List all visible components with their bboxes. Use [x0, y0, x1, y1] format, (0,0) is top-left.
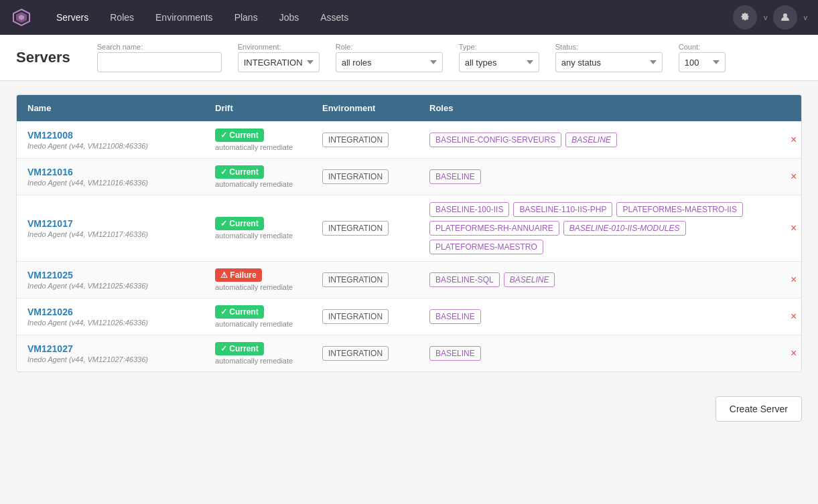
cell-name: VM121008Inedo Agent (v44, VM121008:46336… — [17, 123, 204, 157]
col-name: Name — [17, 95, 204, 121]
col-roles: Roles — [419, 95, 774, 121]
status-label: Status: — [555, 43, 663, 51]
user-v: v — [804, 13, 808, 21]
role-select[interactable]: all roles — [336, 52, 443, 72]
nav-roles[interactable]: Roles — [99, 0, 145, 35]
search-input[interactable] — [97, 52, 222, 72]
status-group: Status: any status — [555, 43, 663, 72]
role-badge: PLATEFORMES-MAESTRO-IIS — [616, 202, 742, 217]
table-row: VM121017Inedo Agent (v44, VM121017:46336… — [17, 195, 801, 261]
cell-delete: × — [774, 213, 801, 244]
nav-jobs[interactable]: Jobs — [269, 0, 310, 35]
cell-delete: × — [774, 301, 801, 332]
role-label: Role: — [336, 43, 443, 51]
server-sub: Inedo Agent (v44, VM121017:46336) — [27, 230, 148, 238]
cell-roles: BASELINE — [419, 163, 774, 191]
drift-sub: automatically remediate — [215, 143, 293, 151]
cell-name: VM121017Inedo Agent (v44, VM121017:46336… — [17, 212, 204, 245]
cell-drift: ⚠ Failureautomatically remediate — [204, 262, 312, 298]
col-drift: Drift — [204, 95, 312, 121]
cell-environment: INTEGRATION — [312, 339, 419, 367]
logo[interactable] — [11, 7, 32, 28]
environment-badge: INTEGRATION — [322, 169, 389, 184]
nav-environments[interactable]: Environments — [145, 0, 224, 35]
table-row: VM121026Inedo Agent (v44, VM121026:46336… — [17, 298, 801, 335]
drift-badge: ✓ Current — [215, 217, 264, 230]
cell-name: VM121016Inedo Agent (v44, VM121016:46336… — [17, 160, 204, 193]
status-select[interactable]: any status — [555, 52, 663, 72]
drift-sub: automatically remediate — [215, 180, 293, 188]
drift-badge: ⚠ Failure — [215, 268, 262, 282]
nav-links: Servers Roles Environments Plans Jobs As… — [46, 0, 733, 35]
role-badge: BASELINE — [429, 309, 481, 324]
role-badge: BASELINE-CONFIG-SERVEURS — [429, 133, 561, 147]
role-badge: BASELINE — [565, 133, 617, 147]
cell-environment: INTEGRATION — [312, 214, 419, 242]
server-sub: Inedo Agent (v44, VM121008:46336) — [27, 142, 148, 150]
type-label: Type: — [459, 43, 539, 51]
server-name-link[interactable]: VM121027 — [27, 343, 73, 354]
cell-delete: × — [774, 124, 801, 155]
environment-badge: INTEGRATION — [322, 272, 389, 287]
delete-button[interactable]: × — [785, 308, 802, 325]
cell-environment: INTEGRATION — [312, 126, 419, 154]
count-select[interactable]: 100 50 25 — [679, 52, 726, 72]
server-sub: Inedo Agent (v44, VM121027:46336) — [27, 355, 148, 363]
nav-plans[interactable]: Plans — [224, 0, 269, 35]
drift-sub: automatically remediate — [215, 357, 293, 365]
cell-delete: × — [774, 338, 801, 369]
col-environment: Environment — [312, 95, 419, 121]
page-title: Servers — [16, 49, 70, 66]
role-badge: BASELINE-110-IIS-PHP — [513, 202, 612, 217]
delete-button[interactable]: × — [785, 168, 802, 185]
server-name-link[interactable]: VM121026 — [27, 307, 73, 317]
servers-table: Name Drift Environment Roles VM121008Ine… — [16, 94, 802, 372]
cell-roles: BASELINE-100-IISBASELINE-110-IIS-PHPPLAT… — [419, 195, 774, 261]
cell-roles: BASELINE-CONFIG-SERVEURSBASELINE — [419, 126, 774, 154]
cell-delete: × — [774, 264, 801, 295]
role-group: Role: all roles — [336, 43, 443, 72]
cell-environment: INTEGRATION — [312, 163, 419, 191]
cell-drift: ✓ Currentautomatically remediate — [204, 159, 312, 195]
cell-drift: ✓ Currentautomatically remediate — [204, 122, 312, 158]
server-sub: Inedo Agent (v44, VM121026:46336) — [27, 319, 148, 327]
table-body: VM121008Inedo Agent (v44, VM121008:46336… — [17, 121, 801, 371]
delete-button[interactable]: × — [785, 271, 802, 288]
nav-servers[interactable]: Servers — [46, 0, 99, 35]
role-badge: BASELINE — [504, 272, 555, 287]
settings-v: v — [764, 13, 768, 21]
cell-name: VM121025Inedo Agent (v44, VM121025:46336… — [17, 263, 204, 297]
delete-button[interactable]: × — [785, 220, 802, 237]
cell-name: VM121026Inedo Agent (v44, VM121026:46336… — [17, 300, 204, 333]
environment-select[interactable]: INTEGRATION PRODUCTION STAGING — [238, 52, 320, 72]
search-label: Search name: — [97, 43, 222, 51]
table-row: VM121027Inedo Agent (v44, VM121027:46336… — [17, 335, 801, 371]
cell-roles: BASELINE-SQLBASELINE — [419, 266, 774, 294]
settings-button[interactable] — [733, 5, 757, 29]
user-button[interactable] — [773, 5, 797, 29]
server-name-link[interactable]: VM121017 — [27, 218, 73, 229]
drift-badge: ✓ Current — [215, 129, 264, 142]
nav-assets[interactable]: Assets — [310, 0, 359, 35]
role-badge: PLATEFORMES-MAESTRO — [429, 240, 543, 254]
cell-drift: ✓ Currentautomatically remediate — [204, 335, 312, 371]
environment-label: Environment: — [238, 43, 320, 51]
cell-drift: ✓ Currentautomatically remediate — [204, 210, 312, 246]
delete-button[interactable]: × — [785, 131, 802, 149]
delete-button[interactable]: × — [785, 345, 802, 362]
role-badge: BASELINE-100-IIS — [429, 202, 509, 217]
server-name-link[interactable]: VM121025 — [27, 270, 73, 280]
cell-roles: BASELINE — [419, 303, 774, 331]
count-group: Count: 100 50 25 — [679, 43, 726, 72]
type-select[interactable]: all types — [459, 52, 539, 72]
server-name-link[interactable]: VM121008 — [27, 130, 73, 141]
cell-name: VM121027Inedo Agent (v44, VM121027:46336… — [17, 337, 204, 370]
server-sub: Inedo Agent (v44, VM121016:46336) — [27, 179, 148, 187]
table-row: VM121025Inedo Agent (v44, VM121025:46336… — [17, 261, 801, 298]
drift-badge: ✓ Current — [215, 342, 264, 355]
environment-badge: INTEGRATION — [322, 309, 389, 324]
bottom-bar: Create Server — [0, 386, 818, 432]
create-server-button[interactable]: Create Server — [715, 396, 802, 422]
server-name-link[interactable]: VM121016 — [27, 167, 73, 177]
role-badge: BASELINE — [429, 169, 481, 184]
